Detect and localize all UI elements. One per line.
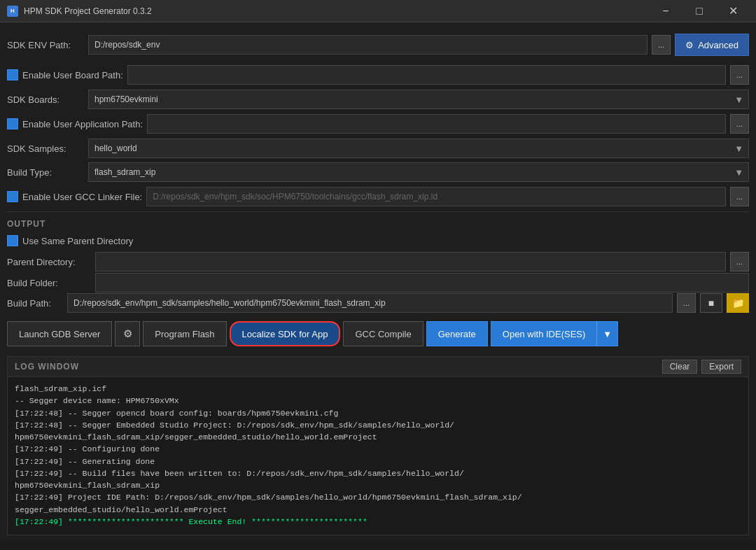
open-ide-button[interactable]: Open with IDE(SES): [491, 321, 597, 346]
log-content: flash_sdram_xip.icf -- Segger device nam…: [8, 377, 748, 535]
sdk-boards-row: SDK Boards: hpm6750evkmini ▼: [7, 90, 749, 109]
user-app-path-input[interactable]: [147, 114, 726, 134]
sdk-samples-row: SDK Samples: hello_world ▼: [7, 139, 749, 158]
localize-sdk-button[interactable]: Localize SDK for App: [230, 321, 341, 346]
open-ide-split: Open with IDE(SES) ▼: [491, 321, 618, 346]
log-title: LOG WINDOW: [15, 362, 79, 372]
build-path-label: Build Path:: [7, 298, 63, 309]
enable-user-app-label[interactable]: Enable User Application Path:: [7, 118, 143, 129]
gcc-linker-browse-button[interactable]: ...: [730, 187, 749, 206]
log-section: LOG WINDOW Clear Export flash_sdram_xip.…: [7, 356, 749, 535]
main-content: SDK ENV Path: ... ⚙ Advanced Enable User…: [0, 22, 756, 542]
sdk-boards-dropdown-wrapper: hpm6750evkmini ▼: [88, 90, 749, 109]
title-bar: H HPM SDK Project Generator 0.3.2 − □ ✕: [0, 0, 756, 22]
enable-user-board-checkbox[interactable]: [7, 69, 18, 80]
build-type-dropdown-wrapper: flash_sdram_xip ▼: [88, 162, 749, 182]
maximize-button[interactable]: □: [683, 1, 715, 22]
parent-dir-browse-button[interactable]: ...: [730, 252, 749, 272]
sdk-samples-select[interactable]: hello_world: [88, 139, 749, 158]
user-board-browse-button[interactable]: ...: [730, 65, 749, 85]
enable-user-app-row: Enable User Application Path: ...: [7, 113, 749, 134]
folder-icon-button[interactable]: 📁: [727, 293, 749, 313]
build-path-row: Build Path: ... ■ 📁: [7, 293, 749, 313]
launch-gdb-button[interactable]: Launch GDB Server: [7, 321, 112, 346]
output-section: OUTPUT Use Same Parent Directory Parent …: [7, 211, 749, 313]
parent-dir-input[interactable]: [95, 252, 726, 272]
open-ide-dropdown-button[interactable]: ▼: [596, 321, 618, 346]
minimize-button[interactable]: −: [650, 1, 682, 22]
build-path-input[interactable]: [67, 293, 673, 313]
enable-user-board-row: Enable User Board Path: ...: [7, 64, 749, 85]
window-controls: − □ ✕: [650, 1, 749, 22]
build-type-label: Build Type:: [7, 167, 84, 178]
sdk-boards-label: SDK Boards:: [7, 94, 84, 105]
enable-gcc-checkbox[interactable]: [7, 191, 18, 202]
use-same-parent-label[interactable]: Use Same Parent Directory: [7, 235, 133, 246]
gcc-linker-path-input[interactable]: [146, 187, 726, 206]
sdk-samples-dropdown-wrapper: hello_world ▼: [88, 139, 749, 158]
clear-button[interactable]: Clear: [662, 360, 698, 374]
build-type-select[interactable]: flash_sdram_xip: [88, 162, 749, 182]
sdk-env-browse-button[interactable]: ...: [652, 35, 671, 55]
sdk-env-input[interactable]: [88, 35, 648, 55]
sdk-env-row: SDK ENV Path: ... ⚙ Advanced: [7, 29, 749, 60]
user-board-path-input[interactable]: [127, 65, 726, 85]
parent-dir-label: Parent Directory:: [7, 257, 91, 267]
gdb-settings-button[interactable]: ⚙: [115, 321, 140, 346]
terminal-icon-button[interactable]: ■: [700, 293, 722, 313]
close-button[interactable]: ✕: [717, 1, 749, 22]
parent-dir-row: Parent Directory: ...: [7, 251, 749, 272]
export-button[interactable]: Export: [701, 360, 741, 374]
output-section-title: OUTPUT: [7, 216, 749, 230]
app-icon: H: [7, 6, 18, 17]
advanced-button[interactable]: ⚙ Advanced: [675, 34, 749, 56]
log-execute-end: [17:22:49] ************************ Exec…: [15, 517, 368, 526]
sdk-env-label: SDK ENV Path:: [7, 40, 84, 50]
build-path-browse-button[interactable]: ...: [677, 293, 696, 313]
use-same-parent-checkbox[interactable]: [7, 235, 18, 246]
gcc-compile-button[interactable]: GCC Compile: [343, 321, 423, 346]
enable-gcc-label[interactable]: Enable User GCC Linker File:: [7, 191, 142, 202]
use-same-parent-row: Use Same Parent Directory: [7, 230, 749, 251]
build-folder-input[interactable]: [95, 273, 749, 292]
enable-gcc-row: Enable User GCC Linker File: ...: [7, 186, 749, 207]
build-folder-label: Build Folder:: [7, 278, 91, 288]
enable-user-board-label[interactable]: Enable User Board Path:: [7, 69, 123, 80]
generate-button[interactable]: Generate: [426, 321, 488, 346]
user-app-browse-button[interactable]: ...: [730, 114, 749, 134]
window-title: HPM SDK Project Generator 0.3.2: [24, 6, 650, 16]
toolbar: Launch GDB Server ⚙ Program Flash Locali…: [7, 317, 749, 351]
sdk-samples-label: SDK Samples:: [7, 143, 84, 154]
log-header: LOG WINDOW Clear Export: [8, 357, 748, 377]
log-header-buttons: Clear Export: [662, 360, 741, 374]
build-type-row: Build Type: flash_sdram_xip ▼: [7, 162, 749, 182]
build-folder-row: Build Folder:: [7, 272, 749, 293]
enable-user-app-checkbox[interactable]: [7, 118, 18, 129]
gear-icon: ⚙: [685, 40, 694, 50]
sdk-boards-select[interactable]: hpm6750evkmini: [88, 90, 749, 109]
program-flash-button[interactable]: Program Flash: [143, 321, 226, 346]
